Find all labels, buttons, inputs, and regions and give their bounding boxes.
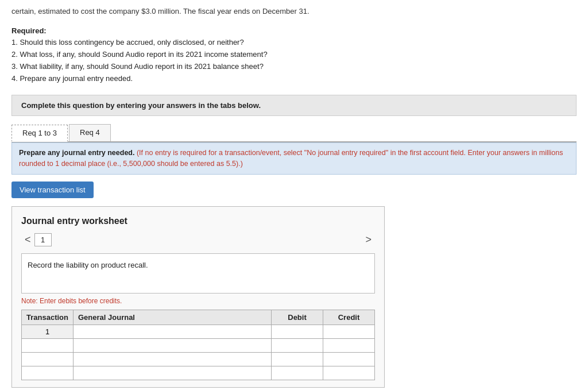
nav-left-arrow[interactable]: < xyxy=(21,234,34,246)
top-text-content: certain, estimated to cost the company $… xyxy=(11,7,310,16)
general-journal-cell-2[interactable] xyxy=(74,338,272,352)
general-journal-input-1[interactable] xyxy=(74,325,271,338)
general-journal-cell-3[interactable] xyxy=(74,352,272,366)
credit-cell-3[interactable] xyxy=(323,352,375,366)
general-journal-input-2[interactable] xyxy=(74,339,271,352)
nav-right-arrow[interactable]: > xyxy=(362,234,375,246)
table-row xyxy=(22,352,375,366)
record-label: Record the liability on product recall. xyxy=(28,261,148,269)
required-title: Required: xyxy=(11,26,47,35)
tab-req-4[interactable]: Req 4 xyxy=(69,124,111,141)
col-header-credit: Credit xyxy=(323,310,375,325)
table-row xyxy=(22,338,375,352)
transaction-cell-2 xyxy=(22,338,74,352)
view-transaction-button[interactable]: View transaction list xyxy=(11,182,94,198)
transaction-input-1[interactable] xyxy=(22,325,73,338)
credit-cell-2[interactable] xyxy=(323,338,375,352)
col-header-debit: Debit xyxy=(272,310,323,325)
required-section: Required: 1. Should this loss contingenc… xyxy=(11,25,577,85)
note-text: Note: Enter debits before credits. xyxy=(21,297,375,305)
general-journal-cell-4[interactable] xyxy=(74,366,272,380)
debit-cell-3[interactable] xyxy=(272,352,323,366)
transaction-cell-3 xyxy=(22,352,74,366)
general-journal-input-3[interactable] xyxy=(74,353,271,366)
instruction-box: Prepare any journal entry needed. (If no… xyxy=(11,142,577,175)
transaction-input-3[interactable] xyxy=(22,353,73,366)
transaction-cell-1 xyxy=(22,325,74,338)
nav-page-number: 1 xyxy=(34,233,52,246)
debit-input-3[interactable] xyxy=(272,353,323,366)
journal-worksheet: Journal entry worksheet < 1 > Record the… xyxy=(11,206,385,388)
col-header-transaction: Transaction xyxy=(22,310,74,325)
debit-input-4[interactable] xyxy=(272,366,323,380)
general-journal-cell-1[interactable] xyxy=(74,325,272,338)
required-item-3: 3. What liability, if any, should Sound … xyxy=(11,61,577,73)
required-item-4: 4. Prepare any journal entry needed. xyxy=(11,73,577,85)
debit-input-1[interactable] xyxy=(272,325,323,338)
general-journal-input-4[interactable] xyxy=(74,366,271,380)
complete-box: Complete this question by entering your … xyxy=(11,95,577,116)
top-text: certain, estimated to cost the company $… xyxy=(11,6,577,17)
credit-input-3[interactable] xyxy=(323,353,374,366)
credit-cell-4[interactable] xyxy=(323,366,375,380)
table-row xyxy=(22,325,375,338)
required-item-1: 1. Should this loss contingency be accru… xyxy=(11,37,577,49)
debit-cell-1[interactable] xyxy=(272,325,323,338)
credit-input-1[interactable] xyxy=(323,325,374,338)
tabs-row: Req 1 to 3 Req 4 xyxy=(11,124,577,142)
instruction-main: Prepare any journal entry needed. xyxy=(19,149,134,157)
journal-table: Transaction General Journal Debit Credit xyxy=(21,310,375,380)
credit-input-4[interactable] xyxy=(323,366,374,380)
worksheet-title: Journal entry worksheet xyxy=(21,216,375,226)
debit-cell-4[interactable] xyxy=(272,366,323,380)
nav-row: < 1 > xyxy=(21,233,375,246)
debit-input-2[interactable] xyxy=(272,339,323,352)
record-box: Record the liability on product recall. xyxy=(21,253,375,294)
credit-cell-1[interactable] xyxy=(323,325,375,338)
complete-box-text: Complete this question by entering your … xyxy=(21,101,261,110)
transaction-cell-4 xyxy=(22,366,74,380)
debit-cell-2[interactable] xyxy=(272,338,323,352)
tab-req-1-to-3[interactable]: Req 1 to 3 xyxy=(11,125,68,142)
page-wrapper: certain, estimated to cost the company $… xyxy=(0,0,588,390)
required-item-2: 2. What loss, if any, should Sound Audio… xyxy=(11,49,577,61)
transaction-input-2[interactable] xyxy=(22,339,73,352)
table-row xyxy=(22,366,375,380)
credit-input-2[interactable] xyxy=(323,339,374,352)
transaction-input-4[interactable] xyxy=(22,366,73,380)
col-header-general: General Journal xyxy=(74,310,272,325)
